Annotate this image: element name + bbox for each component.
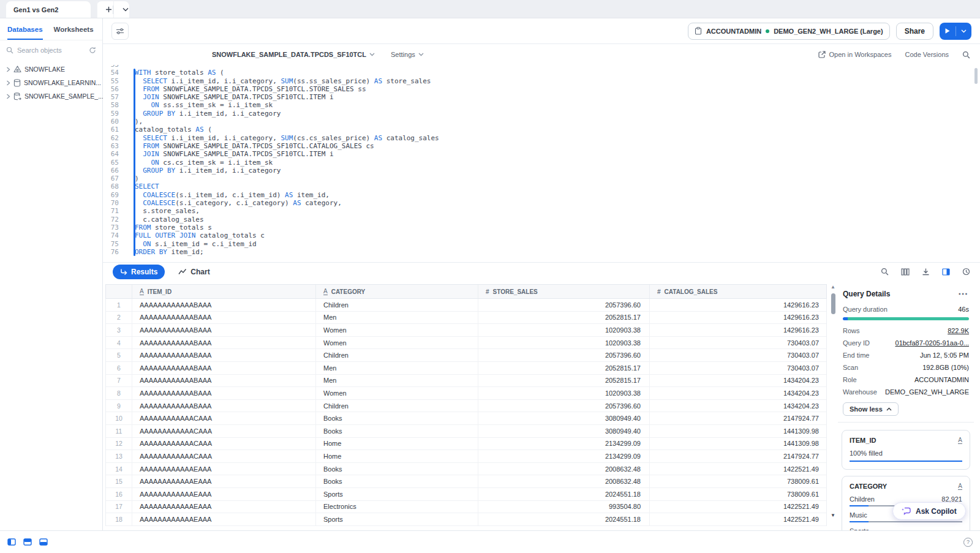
table-row[interactable]: 13AAAAAAAAAAAACAAAHome2134299.092147924.… <box>106 450 826 463</box>
run-options-button[interactable] <box>956 23 971 40</box>
results-search-icon[interactable] <box>881 268 889 276</box>
code-text: WITH store_totals AS ( <box>127 69 224 77</box>
cell-catalog-sales: 2147924.77 <box>649 450 827 462</box>
chart-tab-label: Chart <box>190 268 209 276</box>
show-less-button[interactable]: Show less <box>843 402 899 416</box>
share-button[interactable]: Share <box>896 23 933 40</box>
tree-item-snowflake-sample-[interactable]: SNOWFLAKE_SAMPLE_... <box>0 89 102 103</box>
text-type-icon: A <box>958 483 962 490</box>
scroll-down-icon[interactable]: ▼ <box>828 513 838 518</box>
table-row[interactable]: 1AAAAAAAAAAAABAAAChildren2057396.6014296… <box>106 299 826 312</box>
table-row[interactable]: 5AAAAAAAAAAAABAAAChildren2057396.6073040… <box>106 349 826 362</box>
table-row[interactable]: 3AAAAAAAAAAAABAAAWomen1020903.381429616.… <box>106 324 826 337</box>
editor-scrollbar[interactable] <box>974 68 978 84</box>
database-context-selector[interactable]: SNOWFLAKE_SAMPLE_DATA.TPCDS_SF10TCL <box>212 51 375 58</box>
code-text: ON ss.ss_item_sk = i.i_item_sk <box>127 101 273 109</box>
table-row[interactable]: 12AAAAAAAAAAAACAAAHome2134299.091441309.… <box>106 438 826 451</box>
scroll-up-icon[interactable]: ▲ <box>828 284 838 290</box>
cell-catalog-sales: 1422521.49 <box>649 501 827 513</box>
row-number: 2 <box>106 314 132 321</box>
tab-results[interactable]: Results <box>113 265 165 279</box>
table-row[interactable]: 14AAAAAAAAAAAAEAAABooks2008632.481422521… <box>106 463 826 476</box>
editor-search-icon[interactable] <box>962 51 970 59</box>
tree-item-snowflake-learnin-[interactable]: SNOWFLAKE_LEARNIN... <box>0 76 102 89</box>
table-row[interactable]: 6AAAAAAAAAAAABAAAMen2052815.17730403.07 <box>106 362 826 375</box>
cell-catalog-sales: 2147924.77 <box>649 412 827 424</box>
download-icon[interactable] <box>922 268 930 276</box>
chevron-right-icon[interactable] <box>6 67 10 72</box>
column-card-item-id[interactable]: ITEM_ID A 100% filled <box>842 430 970 470</box>
line-number: 67 <box>103 175 127 182</box>
table-row[interactable]: 15AAAAAAAAAAAAEAAABooks2008632.48738009.… <box>106 475 826 488</box>
run-button[interactable] <box>940 23 956 40</box>
detail-label: Scan <box>843 364 858 371</box>
refresh-icon[interactable] <box>89 47 96 54</box>
external-link-icon <box>818 51 826 58</box>
ask-copilot-button[interactable]: Ask Copilot <box>892 502 966 520</box>
table-row[interactable]: 16AAAAAAAAAAAAEAAASports2024551.18738009… <box>106 488 826 501</box>
scrollbar-thumb[interactable] <box>831 293 835 314</box>
query-detail-row: WarehouseDEMO_GEN2_WH_LARGE <box>842 386 970 398</box>
query-history-icon[interactable] <box>962 268 970 276</box>
column-header-store_sales[interactable]: #STORE_SALES <box>478 285 649 298</box>
search-input[interactable]: Search objects <box>17 47 85 54</box>
tab-list-dropdown-button[interactable] <box>113 1 129 18</box>
cell-store-sales: 2057396.60 <box>478 299 649 311</box>
settings-dropdown[interactable]: Settings <box>391 51 424 58</box>
filters-button[interactable] <box>111 23 129 40</box>
text-type-icon: A <box>323 288 328 295</box>
row-number: 10 <box>106 415 132 422</box>
chevron-right-icon[interactable] <box>6 94 10 99</box>
column-header-category[interactable]: ACATEGORY <box>315 285 478 298</box>
table-row[interactable]: 7AAAAAAAAAAAABAAAMen2052815.171434204.23 <box>106 375 826 388</box>
detail-label: Role <box>843 376 857 383</box>
detail-value[interactable]: 822.9K <box>948 327 969 334</box>
table-row[interactable]: 9AAAAAAAAAAAABAAAChildren2057396.6014342… <box>106 400 826 413</box>
chevron-right-icon[interactable] <box>6 80 10 86</box>
table-row[interactable]: 2AAAAAAAAAAAABAAAMen2052815.171429616.23 <box>106 312 826 325</box>
sql-editor[interactable]: 5354WITH store_totals AS (55 SELECT i.i_… <box>103 65 980 262</box>
tab-databases[interactable]: Databases <box>7 18 43 40</box>
split-panel-icon[interactable] <box>942 268 950 276</box>
toggle-left-panel-icon[interactable] <box>7 538 16 546</box>
open-in-workspaces-link[interactable]: Open in Workspaces <box>818 51 892 58</box>
toggle-top-panel-icon[interactable] <box>23 538 32 546</box>
cell-store-sales: 1020903.38 <box>478 387 649 399</box>
toggle-bottom-panel-icon[interactable] <box>39 538 48 546</box>
table-row[interactable]: 8AAAAAAAAAAAABAAAWomen1020903.381434204.… <box>106 387 826 400</box>
table-row[interactable]: 10AAAAAAAAAAAACAAABooks3080949.402147924… <box>106 412 826 425</box>
code-line: 74FULL OUTER JOIN catalog_totals c <box>103 231 980 239</box>
tab-worksheets[interactable]: Worksheets <box>54 18 94 40</box>
line-number: 64 <box>103 150 127 158</box>
column-header-item_id[interactable]: AITEM_ID <box>132 285 315 298</box>
help-icon[interactable]: ? <box>963 538 973 547</box>
row-number: 11 <box>106 427 132 435</box>
code-text: FROM SNOWFLAKE_SAMPLE_DATA.TPCDS_SF10TCL… <box>127 85 366 93</box>
code-text: JOIN SNOWFLAKE_SAMPLE_DATA.TPCDS_SF10TCL… <box>127 150 334 158</box>
row-number: 15 <box>106 478 132 485</box>
worksheet-tab[interactable]: Gen1 vs Gen2 <box>6 1 91 18</box>
detail-value[interactable]: 01bcfa87-0205-91aa-0... <box>895 339 969 347</box>
results-scrollbar[interactable]: ▲ ▼ <box>828 284 838 527</box>
new-tab-button[interactable] <box>97 1 113 18</box>
database-tree: SNOWFLAKESNOWFLAKE_LEARNIN...SNOWFLAKE_S… <box>0 60 102 103</box>
cell-store-sales: 2008632.48 <box>478 475 649 487</box>
columns-icon[interactable] <box>901 268 910 276</box>
shared-database-icon <box>13 92 21 100</box>
session-context-button[interactable]: ACCOUNTADMIN DEMO_GEN2_WH_LARGE (Large) <box>688 23 890 40</box>
cell-category: Children <box>315 299 478 311</box>
column-header-catalog_sales[interactable]: #CATALOG_SALES <box>649 285 827 298</box>
tree-item-snowflake[interactable]: SNOWFLAKE <box>0 62 102 76</box>
query-details-menu-icon[interactable]: ⋯ <box>958 288 969 299</box>
row-number: 1 <box>106 301 132 309</box>
table-row[interactable]: 11AAAAAAAAAAAACAAABooks3080949.401441309… <box>106 425 826 438</box>
table-row[interactable]: 18AAAAAAAAAAAAEAAASports2024551.18142252… <box>106 513 826 526</box>
code-text: FROM store_totals s <box>127 224 212 231</box>
tab-chart[interactable]: Chart <box>178 268 209 276</box>
code-versions-link[interactable]: Code Versions <box>905 51 949 58</box>
category-value-bar <box>850 521 962 522</box>
table-row[interactable]: 4AAAAAAAAAAAABAAAWomen1020903.38730403.0… <box>106 337 826 350</box>
sidebar-tabs: Databases Worksheets <box>0 18 102 40</box>
line-number: 71 <box>103 207 127 215</box>
table-row[interactable]: 17AAAAAAAAAAAAEAAAElectronics993504.8014… <box>106 501 826 514</box>
